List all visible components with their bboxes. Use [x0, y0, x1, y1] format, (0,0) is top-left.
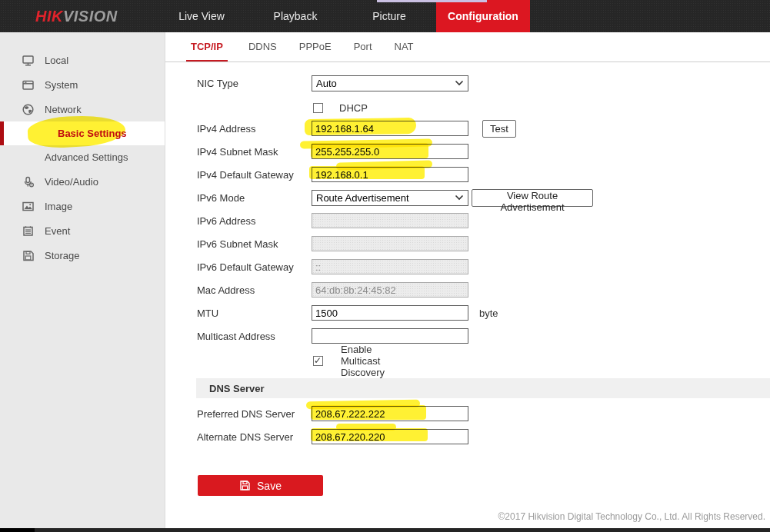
- dns-server-section-header: DNS Server: [196, 378, 770, 398]
- sidebar-item-system[interactable]: System: [0, 72, 165, 97]
- window-bottom-edge: [0, 528, 770, 532]
- ipv6-default-gateway-input: [312, 259, 468, 274]
- sidebar-item-label: Image: [45, 201, 72, 212]
- ipv6-subnet-mask-input: [312, 236, 468, 251]
- monitor-icon: [22, 54, 35, 67]
- enable-multicast-discovery-label: Enable Multicast Discovery: [341, 344, 385, 378]
- sidebar-item-image[interactable]: Image: [0, 194, 165, 218]
- sidebar-item-label: Event: [45, 225, 70, 237]
- storage-icon: [22, 249, 35, 262]
- window-icon: [22, 78, 35, 91]
- nav-playback[interactable]: Playback: [248, 0, 342, 32]
- sidebar-item-event[interactable]: Event: [0, 218, 165, 243]
- image-icon: [22, 200, 35, 213]
- dhcp-checkbox[interactable]: [313, 103, 323, 113]
- mtu-unit-label: byte: [479, 308, 498, 319]
- sidebar-item-label: System: [45, 79, 78, 91]
- sidebar-item-label: Network: [45, 104, 82, 115]
- sidebar-item-advanced-settings[interactable]: Advanced Settings: [0, 145, 165, 169]
- sidebar-item-label: Basic Settings: [4, 128, 127, 139]
- sidebar-item-local[interactable]: Local: [0, 48, 165, 72]
- settings-sidebar: Local System Network Basic Settings Adva…: [0, 32, 165, 528]
- ipv6-address-input: [312, 213, 468, 228]
- sidebar-item-label: Video/Audio: [45, 176, 98, 188]
- ipv6-subnet-mask-label: IPv6 Subnet Mask: [197, 238, 311, 250]
- ipv4-address-label: IPv4 Address: [197, 123, 311, 135]
- preferred-dns-label: Preferred DNS Server: [197, 408, 311, 420]
- enable-multicast-discovery-checkbox[interactable]: [313, 356, 323, 366]
- sidebar-item-label: Advanced Settings: [0, 151, 128, 163]
- tab-pppoe[interactable]: PPPoE: [298, 32, 333, 62]
- alternate-dns-label: Alternate DNS Server: [197, 431, 311, 443]
- nav-picture[interactable]: Picture: [342, 0, 436, 32]
- nic-type-select[interactable]: Auto: [312, 75, 468, 91]
- logo-vision: VISION: [63, 8, 118, 25]
- save-icon: [239, 480, 251, 491]
- sidebar-item-video-audio[interactable]: Video/Audio: [0, 169, 165, 194]
- sidebar-item-basic-settings[interactable]: Basic Settings: [0, 121, 165, 145]
- mtu-input[interactable]: [312, 305, 468, 321]
- top-navigation-bar: HIKVISION Live View Playback Picture Con…: [0, 0, 770, 32]
- globe-icon: [22, 103, 35, 116]
- sidebar-item-label: Storage: [45, 250, 80, 261]
- multicast-address-input[interactable]: [312, 328, 468, 344]
- ipv6-default-gateway-label: IPv6 Default Gateway: [197, 261, 311, 273]
- tab-port[interactable]: Port: [352, 32, 374, 62]
- ipv4-default-gateway-input[interactable]: [312, 167, 468, 182]
- nic-type-value: Auto: [316, 78, 337, 89]
- tab-nat[interactable]: NAT: [393, 32, 415, 62]
- event-icon: [22, 224, 35, 238]
- sidebar-item-network[interactable]: Network: [0, 97, 165, 121]
- ipv6-address-label: IPv6 Address: [197, 215, 311, 227]
- sidebar-item-label: Local: [45, 55, 68, 66]
- screenshot-edge-artifact: [377, 0, 487, 2]
- ipv4-subnet-mask-input[interactable]: [312, 144, 468, 159]
- nav-configuration[interactable]: Configuration: [436, 0, 530, 32]
- ipv6-mode-value: Route Advertisement: [316, 192, 409, 204]
- mac-address-input: [312, 282, 468, 298]
- ipv4-subnet-mask-label: IPv4 Subnet Mask: [197, 146, 311, 158]
- ipv6-mode-label: IPv6 Mode: [197, 192, 311, 204]
- tab-tcpip[interactable]: TCP/IP: [186, 32, 228, 62]
- save-button[interactable]: Save: [198, 475, 323, 496]
- window-bottom-edge-corner: [0, 528, 35, 532]
- chevron-down-icon: [455, 80, 464, 86]
- test-button[interactable]: Test: [482, 120, 516, 138]
- nic-type-label: NIC Type: [197, 78, 311, 89]
- chevron-down-icon: [455, 195, 464, 201]
- dhcp-label: DHCP: [339, 102, 368, 114]
- dns-server-title: DNS Server: [196, 383, 265, 394]
- mtu-label: MTU: [197, 308, 311, 319]
- logo-hik: HIK: [35, 8, 63, 25]
- copyright-footer: ©2017 Hikvision Digital Technology Co., …: [498, 511, 765, 522]
- view-route-advertisement-button[interactable]: View Route Advertisement: [472, 189, 593, 207]
- ipv6-mode-select[interactable]: Route Advertisement: [312, 190, 468, 206]
- main-nav: Live View Playback Picture Configuration: [155, 0, 530, 32]
- nav-live-view[interactable]: Live View: [155, 0, 248, 32]
- sidebar-item-storage[interactable]: Storage: [0, 243, 165, 268]
- preferred-dns-input[interactable]: [312, 406, 468, 421]
- hikvision-logo: HIKVISION: [35, 8, 118, 25]
- tab-ddns[interactable]: DDNS: [247, 32, 278, 62]
- ipv4-default-gateway-label: IPv4 Default Gateway: [197, 169, 311, 181]
- hikvision-configuration-page: HIKVISION Live View Playback Picture Con…: [0, 0, 770, 532]
- alternate-dns-input[interactable]: [312, 429, 468, 444]
- ipv4-address-input[interactable]: [312, 121, 468, 136]
- multicast-address-label: Multicast Address: [197, 331, 311, 342]
- mac-address-label: Mac Address: [197, 284, 311, 296]
- save-label: Save: [257, 480, 282, 492]
- microphone-icon: [22, 175, 35, 188]
- network-tabs: TCP/IP DDNS PPPoE Port NAT: [165, 32, 770, 62]
- tcpip-settings-panel: TCP/IP DDNS PPPoE Port NAT NIC Type Auto…: [165, 32, 770, 528]
